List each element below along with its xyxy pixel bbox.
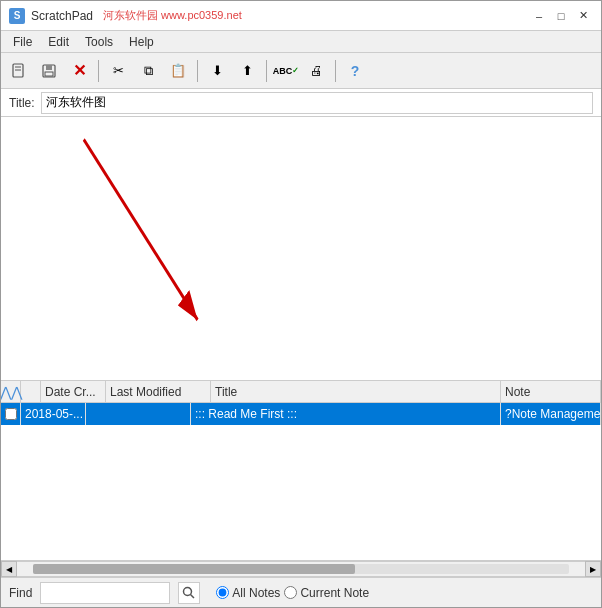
menu-file[interactable]: File [5, 33, 40, 51]
title-label: Title: [9, 96, 35, 110]
svg-rect-5 [45, 72, 53, 76]
scroll-thumb[interactable] [33, 564, 355, 574]
toolbar-separator-2 [197, 60, 198, 82]
list-body: 2018-05-... ::: Read Me First ::: ?Note … [1, 403, 601, 560]
minimize-button[interactable]: – [529, 7, 549, 25]
menu-help[interactable]: Help [121, 33, 162, 51]
find-search-button[interactable] [178, 582, 200, 604]
svg-point-8 [184, 587, 192, 595]
print-button[interactable]: 🖨 [302, 57, 330, 85]
cell-title: ::: Read Me First ::: [191, 403, 501, 425]
list-area: ⋀⋀ Date Cr... Last Modified Title Note 2… [1, 381, 601, 561]
cell-date: 2018-05-... [21, 403, 86, 425]
svg-rect-4 [46, 65, 52, 70]
menu-bar: File Edit Tools Help [1, 31, 601, 53]
svg-line-9 [191, 594, 195, 598]
scroll-track[interactable] [33, 564, 569, 574]
find-bar: Find All Notes Current Note [1, 577, 601, 607]
watermark-text: 河东软件园 www.pc0359.net [103, 8, 242, 23]
row-checkbox[interactable] [1, 403, 21, 425]
main-window: S ScratchPad 河东软件园 www.pc0359.net – □ ✕ … [0, 0, 602, 608]
horizontal-scrollbar[interactable]: ◀ ▶ [1, 561, 601, 577]
import-button[interactable]: ⬇ [203, 57, 231, 85]
col-header-date[interactable]: Date Cr... [41, 381, 106, 402]
app-icon: S [9, 8, 25, 24]
toolbar-separator-4 [335, 60, 336, 82]
title-bar-left: S ScratchPad 河东软件园 www.pc0359.net [9, 8, 242, 24]
col-header-modified[interactable]: Last Modified [106, 381, 211, 402]
radio-all-notes[interactable]: All Notes [216, 586, 280, 600]
window-title: ScratchPad [31, 9, 93, 23]
save-button[interactable] [35, 57, 63, 85]
note-editor [1, 117, 601, 381]
toolbar-separator-1 [98, 60, 99, 82]
cell-modified [86, 403, 191, 425]
cut-button[interactable]: ✂ [104, 57, 132, 85]
toolbar-separator-3 [266, 60, 267, 82]
maximize-button[interactable]: □ [551, 7, 571, 25]
col-header-note[interactable]: Note [501, 381, 601, 402]
scroll-left-button[interactable]: ◀ [1, 561, 17, 577]
spellcheck-button[interactable]: ABC✓ [272, 57, 300, 85]
title-input[interactable] [41, 92, 593, 114]
col-header-title[interactable]: Title [211, 381, 501, 402]
title-bar: S ScratchPad 河东软件园 www.pc0359.net – □ ✕ [1, 1, 601, 31]
close-button[interactable]: ✕ [573, 7, 593, 25]
toolbar: ✕ ✂ ⧉ 📋 ⬇ ⬆ ABC✓ 🖨 ? [1, 53, 601, 89]
menu-edit[interactable]: Edit [40, 33, 77, 51]
sort-icon[interactable]: ⋀⋀ [1, 381, 21, 402]
find-input[interactable] [40, 582, 170, 604]
delete-button[interactable]: ✕ [65, 57, 93, 85]
table-row[interactable]: 2018-05-... ::: Read Me First ::: ?Note … [1, 403, 601, 425]
cell-note: ?Note Management.?N [501, 403, 601, 425]
copy-button[interactable]: ⧉ [134, 57, 162, 85]
export-button[interactable]: ⬆ [233, 57, 261, 85]
paste-button[interactable]: 📋 [164, 57, 192, 85]
find-label: Find [9, 586, 32, 600]
radio-current-note[interactable]: Current Note [284, 586, 369, 600]
title-area: Title: [1, 89, 601, 117]
new-button[interactable] [5, 57, 33, 85]
scroll-right-button[interactable]: ▶ [585, 561, 601, 577]
note-textarea[interactable] [1, 117, 601, 380]
window-controls: – □ ✕ [529, 7, 593, 25]
radio-group: All Notes Current Note [216, 586, 369, 600]
menu-tools[interactable]: Tools [77, 33, 121, 51]
checkbox-header [21, 381, 41, 403]
help-button[interactable]: ? [341, 57, 369, 85]
list-header: ⋀⋀ Date Cr... Last Modified Title Note [1, 381, 601, 403]
